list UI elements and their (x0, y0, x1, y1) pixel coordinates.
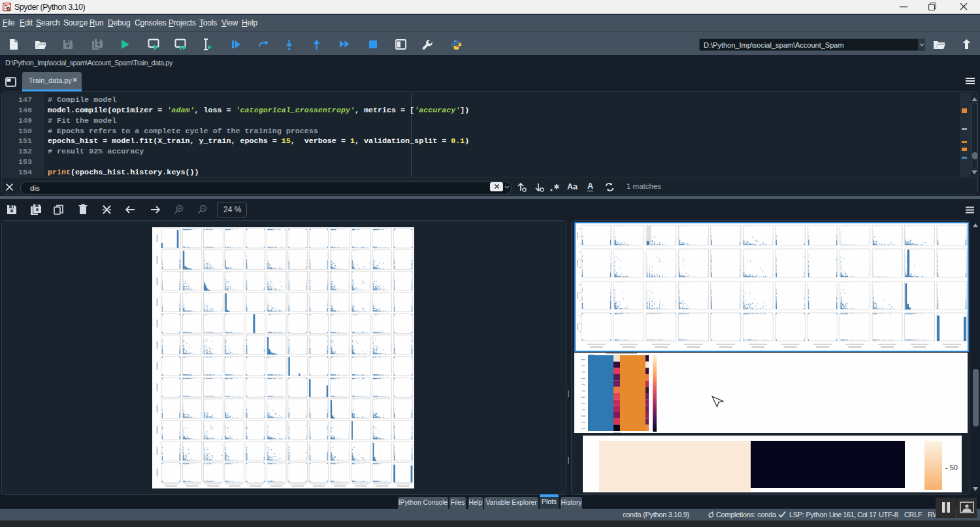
svg-text:S: S (7, 6, 10, 12)
